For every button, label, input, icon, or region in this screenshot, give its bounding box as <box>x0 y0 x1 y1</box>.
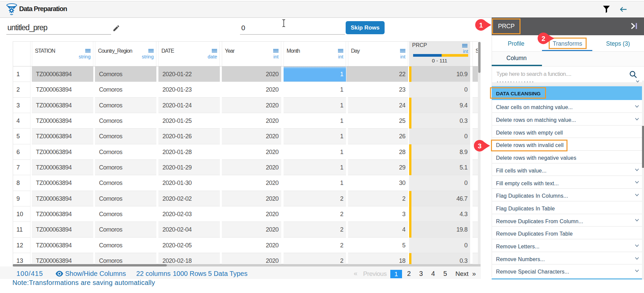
svg-text:1: 1 <box>479 21 483 29</box>
svg-text:2: 2 <box>541 35 545 42</box>
svg-text:3: 3 <box>478 142 481 149</box>
